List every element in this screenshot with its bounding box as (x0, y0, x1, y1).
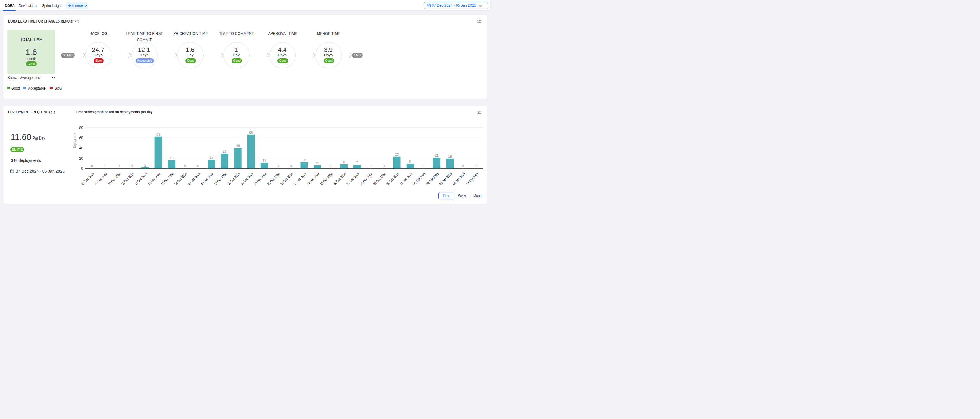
svg-text:15 Dec 2024: 15 Dec 2024 (187, 172, 201, 186)
svg-text:21 Dec 2024: 21 Dec 2024 (266, 172, 281, 186)
svg-text:09 Dec 2024: 09 Dec 2024 (107, 172, 122, 186)
svg-text:0: 0 (91, 164, 93, 168)
svg-text:0: 0 (476, 164, 477, 168)
svg-text:02 Jan 2025: 02 Jan 2025 (425, 172, 440, 186)
svg-text:10 Dec 2024: 10 Dec 2024 (120, 172, 135, 186)
svg-text:22 Dec 2024: 22 Dec 2024 (280, 172, 294, 186)
svg-text:21: 21 (435, 154, 439, 157)
svg-text:40: 40 (236, 144, 240, 148)
svg-text:12 Dec 2024: 12 Dec 2024 (147, 172, 161, 186)
svg-text:62: 62 (156, 132, 161, 136)
svg-text:23 Dec 2024: 23 Dec 2024 (293, 172, 307, 186)
svg-text:9: 9 (409, 160, 411, 163)
svg-text:16 Dec 2024: 16 Dec 2024 (200, 172, 215, 186)
svg-text:01 Jan 2025: 01 Jan 2025 (412, 172, 426, 186)
svg-text:18 Dec 2024: 18 Dec 2024 (227, 172, 241, 186)
svg-text:11: 11 (262, 159, 266, 163)
svg-text:20: 20 (79, 156, 83, 160)
svg-text:40: 40 (79, 146, 83, 150)
svg-text:12: 12 (302, 158, 306, 162)
svg-text:66: 66 (249, 130, 253, 135)
svg-text:08 Dec 2024: 08 Dec 2024 (94, 172, 108, 186)
svg-text:19: 19 (448, 154, 452, 159)
svg-text:20 Dec 2024: 20 Dec 2024 (253, 172, 267, 186)
svg-text:04 Jan 2025: 04 Jan 2025 (452, 172, 466, 186)
svg-text:23: 23 (395, 152, 399, 156)
svg-text:Deployments: Deployments (73, 133, 77, 148)
svg-text:29: 29 (223, 149, 227, 154)
svg-text:31 Dec 2024: 31 Dec 2024 (399, 172, 413, 186)
svg-text:8: 8 (343, 160, 345, 164)
svg-text:2: 2 (144, 163, 146, 167)
svg-text:60: 60 (79, 136, 83, 140)
svg-text:07 Dec 2024: 07 Dec 2024 (81, 172, 95, 186)
svg-text:0: 0 (277, 164, 278, 168)
svg-text:29 Dec 2024: 29 Dec 2024 (372, 172, 387, 186)
svg-text:24 Dec 2024: 24 Dec 2024 (306, 172, 320, 186)
svg-text:0: 0 (197, 164, 199, 168)
svg-text:11 Dec 2024: 11 Dec 2024 (134, 172, 148, 186)
svg-text:0: 0 (369, 164, 371, 168)
svg-text:0: 0 (330, 164, 332, 168)
svg-text:13 Dec 2024: 13 Dec 2024 (160, 172, 175, 186)
svg-text:14 Dec 2024: 14 Dec 2024 (173, 172, 188, 186)
svg-text:16: 16 (170, 156, 174, 160)
svg-text:28 Dec 2024: 28 Dec 2024 (359, 172, 373, 186)
svg-text:19 Dec 2024: 19 Dec 2024 (240, 172, 254, 186)
svg-text:17 Dec 2024: 17 Dec 2024 (213, 172, 228, 186)
svg-text:03 Jan 2025: 03 Jan 2025 (439, 172, 453, 186)
svg-text:0: 0 (422, 164, 425, 168)
svg-text:0: 0 (184, 164, 186, 168)
svg-text:0: 0 (81, 167, 83, 171)
svg-text:26 Dec 2024: 26 Dec 2024 (332, 172, 347, 186)
svg-text:0: 0 (290, 164, 292, 168)
svg-text:30 Dec 2024: 30 Dec 2024 (385, 172, 400, 186)
svg-text:0: 0 (131, 164, 133, 168)
svg-text:0: 0 (118, 164, 119, 168)
svg-text:25 Dec 2024: 25 Dec 2024 (319, 172, 334, 186)
svg-text:17: 17 (209, 156, 213, 160)
svg-text:0: 0 (383, 164, 385, 168)
svg-text:6: 6 (317, 161, 318, 165)
svg-text:80: 80 (79, 126, 83, 130)
svg-text:0: 0 (105, 164, 107, 168)
svg-text:05 Jan 2025: 05 Jan 2025 (465, 172, 480, 186)
svg-text:27 Dec 2024: 27 Dec 2024 (346, 172, 360, 186)
svg-text:7: 7 (356, 161, 358, 165)
svg-text:0: 0 (462, 164, 464, 168)
